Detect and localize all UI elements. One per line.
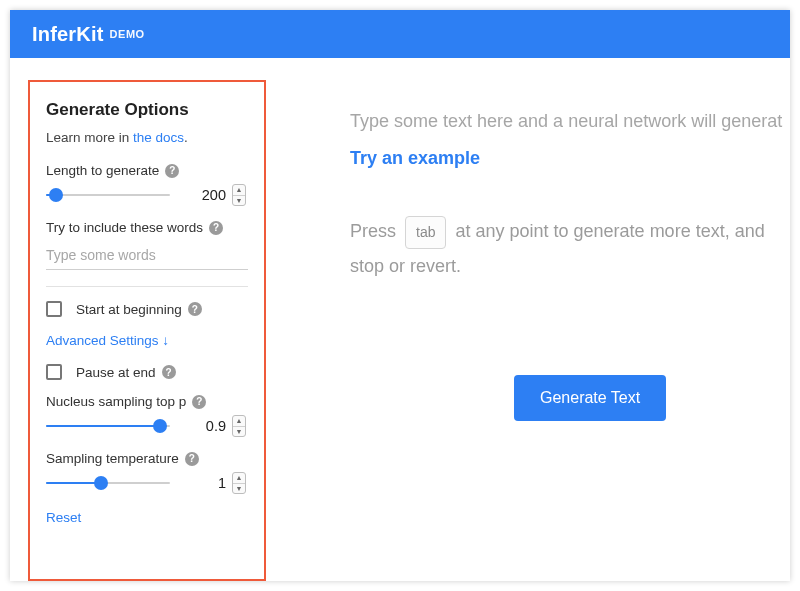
include-words-label: Try to include these words xyxy=(46,220,203,235)
panel-title: Generate Options xyxy=(46,100,248,120)
advanced-settings-toggle[interactable]: Advanced Settings ↓ xyxy=(46,333,169,348)
nucleus-stepper[interactable]: ▲ ▼ xyxy=(232,415,246,437)
length-slider[interactable] xyxy=(46,187,170,203)
help-icon[interactable]: ? xyxy=(162,365,176,379)
temperature-label: Sampling temperature xyxy=(46,451,179,466)
slider-thumb[interactable] xyxy=(49,188,63,202)
nucleus-label: Nucleus sampling top p xyxy=(46,394,186,409)
chevron-up-icon[interactable]: ▲ xyxy=(233,473,245,484)
include-words-input[interactable] xyxy=(46,243,248,270)
brand-sub: DEMO xyxy=(110,28,145,40)
help-icon[interactable]: ? xyxy=(192,395,206,409)
length-stepper[interactable]: ▲ ▼ xyxy=(232,184,246,206)
chevron-down-icon[interactable]: ▼ xyxy=(233,427,245,437)
help-icon[interactable]: ? xyxy=(209,221,223,235)
chevron-up-icon[interactable]: ▲ xyxy=(233,185,245,196)
help-icon[interactable]: ? xyxy=(165,164,179,178)
help-icon[interactable]: ? xyxy=(188,302,202,316)
try-example-link[interactable]: Try an example xyxy=(350,141,480,176)
slider-thumb[interactable] xyxy=(94,476,108,490)
nucleus-slider[interactable] xyxy=(46,418,170,434)
nucleus-value: 0.9 xyxy=(180,418,226,434)
pause-at-end-checkbox[interactable] xyxy=(46,364,62,380)
generate-options-panel: Generate Options Learn more in the docs.… xyxy=(28,80,266,581)
temperature-stepper[interactable]: ▲ ▼ xyxy=(232,472,246,494)
generate-text-button[interactable]: Generate Text xyxy=(514,375,666,421)
help-icon[interactable]: ? xyxy=(185,452,199,466)
chevron-down-icon[interactable]: ▼ xyxy=(233,196,245,206)
reset-link[interactable]: Reset xyxy=(46,510,81,525)
temperature-slider[interactable] xyxy=(46,475,170,491)
learn-more-text: Learn more in the docs. xyxy=(46,130,248,145)
length-label: Length to generate xyxy=(46,163,159,178)
start-at-beginning-checkbox[interactable] xyxy=(46,301,62,317)
divider xyxy=(46,286,248,287)
slider-thumb[interactable] xyxy=(153,419,167,433)
brand-name: InferKit xyxy=(32,23,104,46)
docs-link[interactable]: the docs xyxy=(133,130,184,145)
length-value: 200 xyxy=(180,187,226,203)
start-at-beginning-label: Start at beginning xyxy=(76,302,182,317)
editor-placeholder: Type some text here and a neural network… xyxy=(350,104,790,139)
pause-at-end-label: Pause at end xyxy=(76,365,156,380)
chevron-up-icon[interactable]: ▲ xyxy=(233,416,245,427)
tab-key-icon: tab xyxy=(405,216,446,249)
temperature-value: 1 xyxy=(180,475,226,491)
chevron-down-icon[interactable]: ▼ xyxy=(233,484,245,494)
editor-area[interactable]: Type some text here and a neural network… xyxy=(266,58,790,581)
hint-text: Press tab at any point to generate more … xyxy=(350,214,790,284)
app-header: InferKit DEMO xyxy=(10,10,790,58)
